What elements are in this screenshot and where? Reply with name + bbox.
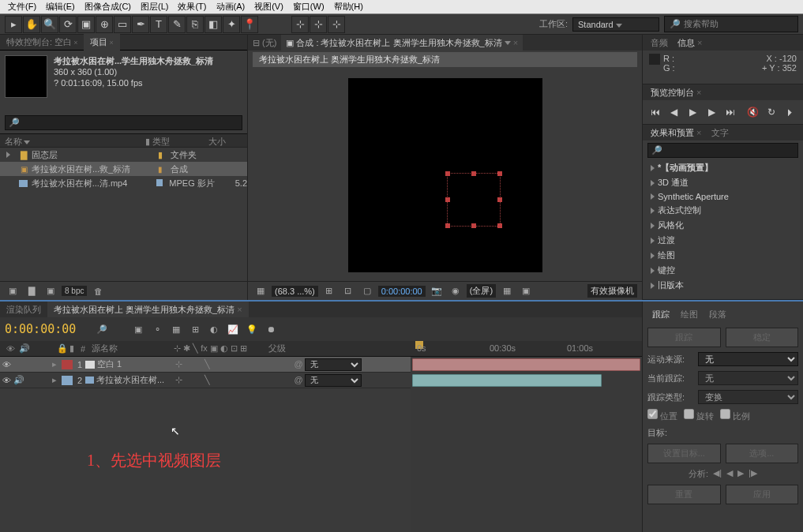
- viewer-tab-comp[interactable]: ▣ 合成 : 考拉被水困在树上 奥洲学生用独木舟拯救_标清 ×: [281, 35, 523, 51]
- effects-search-input[interactable]: 🔎: [647, 143, 798, 158]
- resolution-button[interactable]: ⊞: [321, 284, 337, 298]
- brush-tool[interactable]: ✎: [168, 16, 186, 33]
- adjustment-switch[interactable]: [257, 374, 270, 387]
- analyze-back-one-button[interactable]: ◀|: [713, 468, 722, 480]
- parent-pickwhip-icon[interactable]: @: [292, 358, 305, 370]
- comp-thumbnail[interactable]: [5, 55, 47, 98]
- track-motion-button[interactable]: 跟踪: [647, 328, 721, 347]
- parent-select[interactable]: 无: [305, 358, 362, 371]
- ram-preview-button[interactable]: ⏵: [782, 105, 798, 119]
- tab-effect-controls[interactable]: 特效控制台: 空白×: [0, 34, 84, 51]
- transparency-button[interactable]: ▣: [518, 284, 534, 298]
- pen-tool[interactable]: ✒: [132, 16, 149, 33]
- tab-paint[interactable]: 绘图: [676, 306, 703, 323]
- tab-render-queue[interactable]: 渲染队列: [0, 302, 47, 318]
- tab-project[interactable]: 项目×: [84, 34, 119, 51]
- analyze-fwd-button[interactable]: ▶: [737, 468, 744, 480]
- next-frame-button[interactable]: ▶: [704, 105, 720, 119]
- motion-source-select[interactable]: 无: [698, 352, 798, 366]
- efx-category[interactable]: 键控: [643, 263, 803, 278]
- puppet-tool[interactable]: 📍: [241, 16, 258, 33]
- eye-toggle[interactable]: 👁: [0, 376, 13, 385]
- timecode-display[interactable]: 0:00:00:00: [5, 322, 76, 336]
- resize-handle[interactable]: [497, 197, 502, 202]
- frameblend-switch[interactable]: [229, 374, 242, 387]
- resize-handle[interactable]: [445, 171, 450, 176]
- frameblend-button-icon[interactable]: ⊞: [186, 321, 204, 337]
- channel-button[interactable]: ◉: [448, 284, 463, 298]
- layer-bar-2[interactable]: [412, 374, 602, 387]
- workspace-select[interactable]: Standard: [572, 17, 659, 32]
- col-name-header[interactable]: 名称: [0, 134, 142, 147]
- adjustment-switch[interactable]: [257, 358, 270, 371]
- efx-category[interactable]: 绘图: [643, 248, 803, 263]
- first-frame-button[interactable]: ⏮: [647, 105, 663, 119]
- menu-layer[interactable]: 图层(L): [136, 1, 173, 13]
- layer-label-color[interactable]: [62, 360, 73, 369]
- analyze-back-button[interactable]: ◀: [726, 468, 733, 480]
- project-item-comp[interactable]: ▣ 考拉被水困在树...救_标清 ▮ 合成: [0, 162, 247, 176]
- prev-frame-button[interactable]: ◀: [666, 105, 682, 119]
- col-size-header[interactable]: 大小: [205, 134, 247, 147]
- mask-button[interactable]: ▢: [359, 284, 375, 298]
- interpret-footage-button[interactable]: ▣: [5, 284, 21, 298]
- analyze-fwd-one-button[interactable]: |▶: [749, 468, 757, 480]
- tab-info[interactable]: 信息 ×: [673, 35, 707, 51]
- axis-view-icon[interactable]: ⊹: [328, 16, 345, 33]
- motionblur-switch[interactable]: [243, 358, 256, 371]
- fx-switch[interactable]: [215, 374, 227, 387]
- shy-switch[interactable]: ⊹: [172, 358, 185, 371]
- shy-switch[interactable]: ⊹: [172, 374, 185, 387]
- zoom-select[interactable]: (68.3 ...%): [272, 286, 318, 297]
- position-checkbox[interactable]: 位置: [647, 409, 677, 422]
- efx-category[interactable]: 过渡: [643, 233, 803, 248]
- bpc-display[interactable]: 8 bpc: [62, 286, 87, 296]
- audio-toggle[interactable]: 🔊: [13, 375, 25, 385]
- search-icon[interactable]: 🔎: [93, 321, 111, 337]
- reset-button[interactable]: 重置: [647, 485, 721, 504]
- layer-row-2[interactable]: 👁 🔊 ▸ 2 考拉被水困在树... ⊹ ╲: [0, 373, 411, 388]
- autokey-button-icon[interactable]: ⏺: [262, 321, 280, 337]
- col-type-header[interactable]: ▮ 类型: [142, 134, 205, 147]
- tab-paragraph[interactable]: 段落: [704, 306, 731, 323]
- roto-tool[interactable]: ✦: [223, 16, 240, 33]
- layer-row-1[interactable]: 👁 ▸ 1 空白 1 ⊹ ╲: [0, 357, 411, 373]
- motionblur-switch[interactable]: [243, 374, 256, 387]
- set-target-button[interactable]: 设置目标...: [647, 444, 721, 463]
- stabilize-button[interactable]: 稳定: [726, 328, 799, 347]
- layer-bar-1[interactable]: [412, 358, 640, 371]
- anchor-tool[interactable]: ⊕: [96, 16, 113, 33]
- efx-category[interactable]: 旧版本: [643, 278, 803, 293]
- roi-button[interactable]: ▦: [499, 284, 515, 298]
- tab-effects-presets[interactable]: 效果和预置 ×: [646, 125, 707, 141]
- time-ruler[interactable]: 0s 00:30s 01:00s: [411, 341, 642, 357]
- menu-effect[interactable]: 效果(T): [173, 1, 211, 13]
- graph-button-icon[interactable]: 📈: [224, 321, 242, 337]
- frameblend-switch[interactable]: [229, 358, 242, 371]
- shy-button-icon[interactable]: ⚬: [148, 321, 166, 337]
- resize-handle[interactable]: [471, 171, 476, 176]
- quality-switch[interactable]: ╲: [201, 374, 213, 387]
- collapse-switch[interactable]: [186, 374, 199, 387]
- hand-tool[interactable]: ✋: [23, 16, 40, 33]
- composition-canvas[interactable]: [348, 78, 542, 272]
- track-type-select[interactable]: 变换: [698, 390, 798, 404]
- menu-file[interactable]: 文件(F): [3, 1, 41, 13]
- menu-help[interactable]: 帮助(H): [329, 1, 368, 13]
- always-preview-button[interactable]: ▦: [253, 284, 268, 298]
- parent-select[interactable]: 无: [305, 374, 362, 387]
- tab-preview[interactable]: 预览控制台 ×: [646, 84, 707, 101]
- project-item-folder[interactable]: ▇ 固态层 ▮ 文件夹: [0, 148, 247, 162]
- play-button[interactable]: ▶: [685, 105, 701, 119]
- search-help-input[interactable]: 🔎 搜索帮助: [664, 16, 798, 32]
- options-button[interactable]: 选项...: [726, 444, 799, 463]
- view-camera-select[interactable]: 有效摄像机: [587, 284, 637, 298]
- efx-category[interactable]: 3D 通道: [643, 175, 803, 190]
- rotate-tool[interactable]: ⟳: [59, 16, 77, 33]
- menu-view[interactable]: 视图(V): [250, 1, 288, 13]
- menu-window[interactable]: 窗口(W): [288, 1, 329, 13]
- source-name-header[interactable]: 源名称: [88, 343, 171, 354]
- quality-switch[interactable]: ╲: [201, 358, 213, 371]
- parent-pickwhip-icon[interactable]: @: [292, 373, 305, 386]
- 3d-switch[interactable]: [272, 374, 284, 387]
